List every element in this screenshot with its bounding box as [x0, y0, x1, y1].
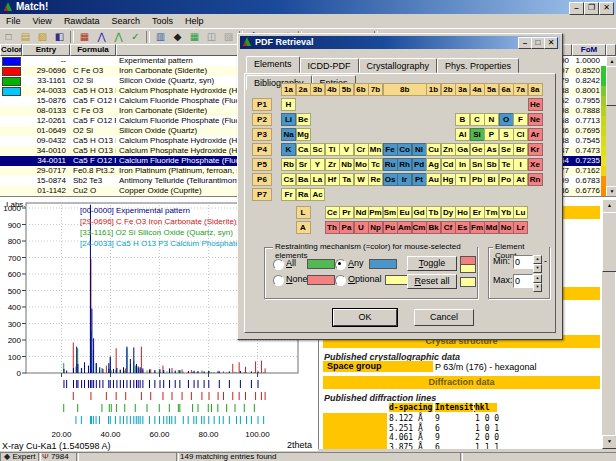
element-Cd[interactable]: Cd: [441, 158, 456, 171]
accept-candidates-icon[interactable]: ✓: [127, 30, 144, 44]
scroll-down-icon[interactable]: ▼: [602, 435, 616, 449]
element-Tb[interactable]: Tb: [426, 206, 441, 219]
element-Kr[interactable]: Kr: [528, 143, 543, 156]
element-Pd[interactable]: Pd: [412, 158, 427, 171]
element-Tl[interactable]: Tl: [455, 173, 470, 186]
element-Ca[interactable]: Ca: [296, 143, 311, 156]
min-count-input[interactable]: [513, 255, 533, 269]
element-No[interactable]: No: [499, 221, 514, 234]
element-Ta[interactable]: Ta: [339, 173, 354, 186]
element-Si[interactable]: Si: [470, 128, 485, 141]
element-Cr[interactable]: Cr: [354, 143, 369, 156]
expert-mode-icon[interactable]: ◆: [169, 30, 186, 44]
element-K[interactable]: K: [281, 143, 296, 156]
element-Cl[interactable]: Cl: [513, 128, 528, 141]
element-Ti[interactable]: Ti: [325, 143, 340, 156]
cancel-button[interactable]: Cancel: [414, 309, 474, 326]
element-Nd[interactable]: Nd: [354, 206, 369, 219]
element-Th[interactable]: Th: [325, 221, 340, 234]
element-Ru[interactable]: Ru: [383, 158, 398, 171]
element-Np[interactable]: Np: [368, 221, 383, 234]
element-H[interactable]: H: [281, 98, 296, 111]
import-file-icon[interactable]: ▧: [34, 30, 51, 44]
pattern-blue-icon[interactable]: ⋀: [93, 30, 110, 44]
element-Hg[interactable]: Hg: [441, 173, 456, 186]
element-Tm[interactable]: Tm: [484, 206, 499, 219]
element-Ag[interactable]: Ag: [426, 158, 441, 171]
ok-button[interactable]: OK: [333, 309, 397, 326]
tab-phys-properties[interactable]: Phys. Properties: [437, 58, 519, 73]
element-Cm[interactable]: Cm: [412, 221, 427, 234]
element-Rh[interactable]: Rh: [397, 158, 412, 171]
menu-item-search[interactable]: Search: [105, 14, 146, 28]
element-Sc[interactable]: Sc: [310, 143, 325, 156]
element-S[interactable]: S: [499, 128, 514, 141]
radio-any[interactable]: [335, 259, 346, 270]
radio-none[interactable]: [273, 275, 284, 286]
element-Lu[interactable]: Lu: [513, 206, 528, 219]
element-V[interactable]: V: [339, 143, 354, 156]
element-N[interactable]: N: [484, 113, 499, 126]
dialog-maximize-button[interactable]: □: [531, 37, 545, 49]
element-Se[interactable]: Se: [499, 143, 514, 156]
element-W[interactable]: W: [354, 173, 369, 186]
spin-down-icon[interactable]: ▼: [533, 283, 542, 292]
element-At[interactable]: At: [513, 173, 528, 186]
element-Re[interactable]: Re: [368, 173, 383, 186]
element-Sm[interactable]: Sm: [383, 206, 398, 219]
element-Ir[interactable]: Ir: [397, 173, 412, 186]
element-Es[interactable]: Es: [455, 221, 470, 234]
print-icon[interactable]: ▥: [152, 30, 169, 44]
element-Pa[interactable]: Pa: [339, 221, 354, 234]
element-Y[interactable]: Y: [310, 158, 325, 171]
element-Pt[interactable]: Pt: [412, 173, 427, 186]
element-Nb[interactable]: Nb: [339, 158, 354, 171]
element-Fm[interactable]: Fm: [470, 221, 485, 234]
element-Ga[interactable]: Ga: [455, 143, 470, 156]
element-Os[interactable]: Os: [383, 173, 398, 186]
element-Cu[interactable]: Cu: [426, 143, 441, 156]
element-Te[interactable]: Te: [499, 158, 514, 171]
tab-elements[interactable]: Elements: [246, 56, 300, 73]
element-Br[interactable]: Br: [513, 143, 528, 156]
element-Bk[interactable]: Bk: [426, 221, 441, 234]
spin-up-icon[interactable]: ▲: [533, 255, 542, 264]
element-Na[interactable]: Na: [281, 128, 296, 141]
element-P[interactable]: P: [484, 128, 499, 141]
datasheet-scrollbar-thumb[interactable]: [602, 212, 616, 272]
column-header-entry[interactable]: Entry: [22, 44, 70, 56]
element-Fr[interactable]: Fr: [281, 188, 296, 201]
element-Ba[interactable]: Ba: [296, 173, 311, 186]
element-Rb[interactable]: Rb: [281, 158, 296, 171]
element-Er[interactable]: Er: [470, 206, 485, 219]
entries-scrollbar-thumb[interactable]: [606, 66, 616, 106]
element-Au[interactable]: Au: [426, 173, 441, 186]
save-icon[interactable]: ◧: [51, 30, 68, 44]
element-La[interactable]: La: [310, 173, 325, 186]
element-B[interactable]: B: [455, 113, 470, 126]
element-Mn[interactable]: Mn: [368, 143, 383, 156]
menu-item-view[interactable]: View: [27, 14, 58, 28]
element-Bi[interactable]: Bi: [484, 173, 499, 186]
dialog-close-button[interactable]: ✕: [544, 37, 558, 49]
element-Hf[interactable]: Hf: [325, 173, 340, 186]
element-Sb[interactable]: Sb: [484, 158, 499, 171]
open-file-icon[interactable]: ▤: [17, 30, 34, 44]
element-Pb[interactable]: Pb: [470, 173, 485, 186]
entries-list-icon[interactable]: ▦: [76, 30, 93, 44]
element-O[interactable]: O: [499, 113, 514, 126]
element-Ni[interactable]: Ni: [412, 143, 427, 156]
element-I[interactable]: I: [513, 158, 528, 171]
element-Eu[interactable]: Eu: [397, 206, 412, 219]
column-header-color[interactable]: Color: [0, 44, 22, 56]
toggle-button[interactable]: Toggle: [407, 256, 457, 271]
menu-item-tools[interactable]: Tools: [146, 14, 179, 28]
element-Be[interactable]: Be: [296, 113, 311, 126]
element-Li[interactable]: Li: [281, 113, 296, 126]
element-Ra[interactable]: Ra: [296, 188, 311, 201]
element-Cs[interactable]: Cs: [281, 173, 296, 186]
element-Zn[interactable]: Zn: [441, 143, 456, 156]
element-C[interactable]: C: [470, 113, 485, 126]
spin-up-icon[interactable]: ▲: [533, 274, 542, 283]
element-As[interactable]: As: [484, 143, 499, 156]
